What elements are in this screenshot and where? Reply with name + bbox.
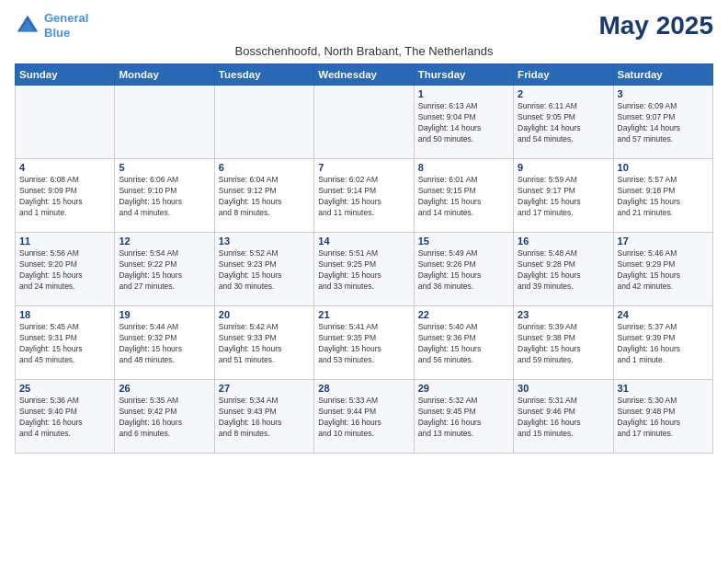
day-info: Sunrise: 6:01 AM Sunset: 9:15 PM Dayligh… [418, 175, 509, 219]
day-number: 25 [19, 383, 110, 394]
week-row-2: 4Sunrise: 6:08 AM Sunset: 9:09 PM Daylig… [16, 159, 713, 233]
calendar-cell: 8Sunrise: 6:01 AM Sunset: 9:15 PM Daylig… [414, 159, 513, 233]
day-number: 28 [318, 383, 409, 394]
day-number: 22 [418, 309, 509, 320]
week-row-5: 25Sunrise: 5:36 AM Sunset: 9:40 PM Dayli… [16, 380, 713, 454]
calendar-cell: 22Sunrise: 5:40 AM Sunset: 9:36 PM Dayli… [414, 306, 513, 380]
logo: General Blue [15, 11, 88, 40]
day-number: 9 [518, 162, 609, 173]
day-number: 17 [618, 236, 709, 247]
day-info: Sunrise: 5:33 AM Sunset: 9:44 PM Dayligh… [318, 396, 409, 440]
weekday-header-thursday: Thursday [414, 64, 513, 86]
calendar-cell: 28Sunrise: 5:33 AM Sunset: 9:44 PM Dayli… [314, 380, 414, 454]
calendar-cell: 24Sunrise: 5:37 AM Sunset: 9:39 PM Dayli… [613, 306, 712, 380]
day-number: 16 [518, 236, 609, 247]
day-number: 2 [518, 88, 609, 99]
calendar-cell: 15Sunrise: 5:49 AM Sunset: 9:26 PM Dayli… [414, 233, 513, 306]
calendar-cell: 27Sunrise: 5:34 AM Sunset: 9:43 PM Dayli… [214, 380, 313, 454]
day-number: 18 [19, 309, 110, 320]
calendar-cell: 23Sunrise: 5:39 AM Sunset: 9:38 PM Dayli… [514, 306, 613, 380]
day-number: 14 [318, 236, 409, 247]
day-number: 21 [318, 309, 409, 320]
calendar-table: SundayMondayTuesdayWednesdayThursdayFrid… [15, 63, 713, 454]
calendar-cell: 26Sunrise: 5:35 AM Sunset: 9:42 PM Dayli… [115, 380, 214, 454]
day-number: 6 [219, 162, 310, 173]
weekday-header-sunday: Sunday [16, 64, 115, 86]
calendar-cell: 17Sunrise: 5:46 AM Sunset: 9:29 PM Dayli… [613, 233, 712, 306]
week-row-1: 1Sunrise: 6:13 AM Sunset: 9:04 PM Daylig… [16, 86, 713, 159]
day-info: Sunrise: 5:34 AM Sunset: 9:43 PM Dayligh… [219, 396, 310, 440]
calendar-cell [16, 86, 115, 159]
day-info: Sunrise: 6:02 AM Sunset: 9:14 PM Dayligh… [318, 175, 409, 219]
day-info: Sunrise: 5:48 AM Sunset: 9:28 PM Dayligh… [518, 248, 609, 293]
day-info: Sunrise: 5:56 AM Sunset: 9:20 PM Dayligh… [19, 248, 110, 293]
day-number: 4 [19, 162, 110, 173]
logo-line1: General [44, 11, 88, 25]
weekday-header-wednesday: Wednesday [314, 64, 414, 86]
calendar-cell: 7Sunrise: 6:02 AM Sunset: 9:14 PM Daylig… [314, 159, 414, 233]
calendar-cell [314, 86, 414, 159]
day-number: 7 [318, 162, 409, 173]
weekday-header-friday: Friday [514, 64, 613, 86]
day-number: 30 [518, 383, 609, 394]
calendar-cell: 29Sunrise: 5:32 AM Sunset: 9:45 PM Dayli… [414, 380, 513, 454]
calendar-cell [115, 86, 214, 159]
day-number: 27 [219, 383, 310, 394]
weekday-header-tuesday: Tuesday [214, 64, 313, 86]
day-number: 20 [219, 309, 310, 320]
day-number: 5 [119, 162, 210, 173]
day-number: 8 [418, 162, 509, 173]
day-info: Sunrise: 5:39 AM Sunset: 9:38 PM Dayligh… [518, 322, 609, 366]
day-info: Sunrise: 6:13 AM Sunset: 9:04 PM Dayligh… [418, 101, 509, 145]
calendar-cell [214, 86, 313, 159]
day-info: Sunrise: 5:30 AM Sunset: 9:48 PM Dayligh… [618, 396, 709, 440]
calendar-cell: 9Sunrise: 5:59 AM Sunset: 9:17 PM Daylig… [514, 159, 613, 233]
day-info: Sunrise: 5:32 AM Sunset: 9:45 PM Dayligh… [418, 396, 509, 440]
day-info: Sunrise: 5:31 AM Sunset: 9:46 PM Dayligh… [518, 396, 609, 440]
calendar-cell: 21Sunrise: 5:41 AM Sunset: 9:35 PM Dayli… [314, 306, 414, 380]
calendar-cell: 19Sunrise: 5:44 AM Sunset: 9:32 PM Dayli… [115, 306, 214, 380]
day-number: 19 [119, 309, 210, 320]
day-info: Sunrise: 5:42 AM Sunset: 9:33 PM Dayligh… [219, 322, 310, 366]
day-number: 24 [618, 309, 709, 320]
day-info: Sunrise: 6:06 AM Sunset: 9:10 PM Dayligh… [119, 175, 210, 219]
day-info: Sunrise: 5:37 AM Sunset: 9:39 PM Dayligh… [618, 322, 709, 366]
calendar-cell: 25Sunrise: 5:36 AM Sunset: 9:40 PM Dayli… [16, 380, 115, 454]
day-number: 15 [418, 236, 509, 247]
calendar-cell: 3Sunrise: 6:09 AM Sunset: 9:07 PM Daylig… [613, 86, 712, 159]
day-info: Sunrise: 5:46 AM Sunset: 9:29 PM Dayligh… [618, 248, 709, 293]
calendar-cell: 5Sunrise: 6:06 AM Sunset: 9:10 PM Daylig… [115, 159, 214, 233]
day-info: Sunrise: 5:44 AM Sunset: 9:32 PM Dayligh… [119, 322, 210, 366]
day-info: Sunrise: 5:36 AM Sunset: 9:40 PM Dayligh… [19, 396, 110, 440]
calendar-cell: 16Sunrise: 5:48 AM Sunset: 9:28 PM Dayli… [514, 233, 613, 306]
calendar-cell: 1Sunrise: 6:13 AM Sunset: 9:04 PM Daylig… [414, 86, 513, 159]
weekday-header-saturday: Saturday [613, 64, 712, 86]
day-info: Sunrise: 5:59 AM Sunset: 9:17 PM Dayligh… [518, 175, 609, 219]
calendar-cell: 30Sunrise: 5:31 AM Sunset: 9:46 PM Dayli… [514, 380, 613, 454]
week-row-3: 11Sunrise: 5:56 AM Sunset: 9:20 PM Dayli… [16, 233, 713, 306]
day-number: 1 [418, 88, 509, 99]
day-info: Sunrise: 6:11 AM Sunset: 9:05 PM Dayligh… [518, 101, 609, 145]
day-info: Sunrise: 5:45 AM Sunset: 9:31 PM Dayligh… [19, 322, 110, 366]
day-number: 13 [219, 236, 310, 247]
calendar-cell: 13Sunrise: 5:52 AM Sunset: 9:23 PM Dayli… [214, 233, 313, 306]
page: General Blue May 2025 Bosschenhoofd, Nor… [0, 0, 728, 563]
day-info: Sunrise: 5:54 AM Sunset: 9:22 PM Dayligh… [119, 248, 210, 293]
day-number: 29 [418, 383, 509, 394]
day-info: Sunrise: 5:41 AM Sunset: 9:35 PM Dayligh… [318, 322, 409, 366]
calendar-cell: 6Sunrise: 6:04 AM Sunset: 9:12 PM Daylig… [214, 159, 313, 233]
day-info: Sunrise: 5:35 AM Sunset: 9:42 PM Dayligh… [119, 396, 210, 440]
logo-icon [15, 13, 40, 39]
day-number: 26 [119, 383, 210, 394]
calendar-cell: 4Sunrise: 6:08 AM Sunset: 9:09 PM Daylig… [16, 159, 115, 233]
title-block: May 2025 [598, 11, 713, 40]
calendar-cell: 20Sunrise: 5:42 AM Sunset: 9:33 PM Dayli… [214, 306, 313, 380]
location: Bosschenhoofd, North Brabant, The Nether… [15, 44, 713, 58]
logo-line2: Blue [44, 26, 70, 40]
day-info: Sunrise: 5:40 AM Sunset: 9:36 PM Dayligh… [418, 322, 509, 366]
day-info: Sunrise: 5:49 AM Sunset: 9:26 PM Dayligh… [418, 248, 509, 293]
day-number: 3 [618, 88, 709, 99]
calendar-cell: 14Sunrise: 5:51 AM Sunset: 9:25 PM Dayli… [314, 233, 414, 306]
month-title: May 2025 [598, 11, 713, 40]
day-info: Sunrise: 6:09 AM Sunset: 9:07 PM Dayligh… [618, 101, 709, 145]
